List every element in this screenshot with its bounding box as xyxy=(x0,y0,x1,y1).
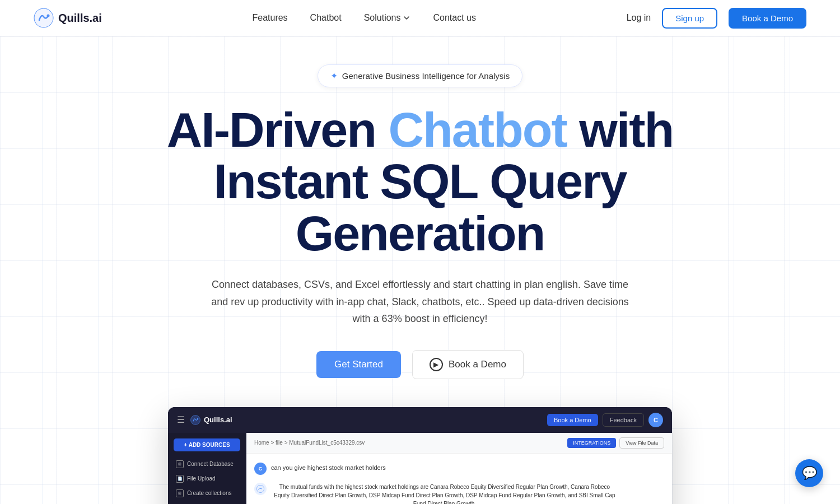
titlebar-left: ☰ Quills.ai xyxy=(177,414,232,425)
ss-book-demo-button[interactable]: Book a Demo xyxy=(547,414,598,426)
ss-integrations-button[interactable]: INTEGRATIONS xyxy=(567,438,616,448)
hero-subtext: Connect databases, CSVs, and Excel effor… xyxy=(207,276,633,328)
chat-widget-icon: 💬 xyxy=(802,466,817,480)
screenshot-logo-icon xyxy=(190,415,200,425)
screenshot-body: + ADD SOURCES ⊞ Connect Database 📄 File … xyxy=(168,433,672,504)
ai-logo-icon xyxy=(256,485,264,493)
sparkle-icon: ✦ xyxy=(330,71,338,81)
badge-text: Generative Business Intelligence for Ana… xyxy=(342,71,510,81)
ss-add-sources-button[interactable]: + ADD SOURCES xyxy=(174,438,240,451)
heading-part2: with xyxy=(567,102,673,157)
ss-main: Home > file > MutualFundList_c5c43329.cs… xyxy=(246,433,672,504)
titlebar-right: Book a Demo Feedback C xyxy=(547,413,663,427)
hero-content: ✦ Generative Business Intelligence for A… xyxy=(0,36,840,504)
screenshot-titlebar: ☰ Quills.ai Book a Demo Feedback C xyxy=(168,407,672,433)
collection-icon: ⊞ xyxy=(176,489,184,497)
svg-point-3 xyxy=(197,418,199,420)
hero-heading: AI-Driven Chatbot with Instant SQL Query… xyxy=(0,104,840,259)
ss-ai-message: The mutual funds with the highest stock … xyxy=(254,483,664,504)
book-demo-hero-button[interactable]: ▶ Book a Demo xyxy=(412,350,524,379)
chevron-down-icon xyxy=(403,14,410,22)
chat-widget[interactable]: 💬 xyxy=(795,459,823,487)
navbar: Quills.ai Features Chatbot Solutions Con… xyxy=(0,0,840,36)
ss-user-msg-text: can you give highest stock market holder… xyxy=(271,463,386,471)
ss-chat-area: C can you give highest stock market hold… xyxy=(246,454,672,504)
ss-user-avatar: C xyxy=(254,463,267,475)
ss-user-message: C can you give highest stock market hold… xyxy=(254,463,664,475)
ss-sidebar-collections: ⊞ Create collections xyxy=(174,486,240,501)
ss-sidebar-connect-db: ⊞ Connect Database xyxy=(174,457,240,472)
ss-sidebar: + ADD SOURCES ⊞ Connect Database 📄 File … xyxy=(168,433,246,504)
nav-chatbot[interactable]: Chatbot xyxy=(310,13,342,22)
ss-main-header: Home > file > MutualFundList_c5c43329.cs… xyxy=(246,433,672,454)
signup-button[interactable]: Sign up xyxy=(662,8,717,29)
logo-link[interactable]: Quills.ai xyxy=(34,8,102,28)
demo-circle-icon: ▶ xyxy=(430,358,443,371)
screenshot-logo: Quills.ai xyxy=(190,415,232,425)
heading-highlight: Chatbot xyxy=(388,102,566,157)
logo-icon xyxy=(34,8,54,28)
nav-links: Features Chatbot Solutions Contact us xyxy=(252,13,476,23)
database-icon: ⊞ xyxy=(176,460,184,468)
heading-line2: Instant SQL Query xyxy=(214,153,627,209)
file-icon: 📄 xyxy=(176,475,184,483)
ss-feedback-button[interactable]: Feedback xyxy=(603,413,644,427)
nav-contact[interactable]: Contact us xyxy=(433,13,475,22)
cta-buttons: Get Started ▶ Book a Demo xyxy=(0,350,840,379)
nav-features[interactable]: Features xyxy=(252,13,287,22)
ss-sidebar-file-upload: 📄 File Upload xyxy=(174,472,240,486)
hero-badge: ✦ Generative Business Intelligence for A… xyxy=(318,64,522,87)
ss-breadcrumb: Home > file > MutualFundList_c5c43329.cs… xyxy=(254,440,365,446)
ss-ai-avatar xyxy=(254,483,267,495)
ss-ai-msg-text: The mutual funds with the highest stock … xyxy=(271,483,618,504)
get-started-button[interactable]: Get Started xyxy=(316,351,401,378)
heading-line3: Generation xyxy=(296,206,545,261)
ss-header-right: INTEGRATIONS View File Data xyxy=(567,437,664,449)
login-button[interactable]: Log in xyxy=(627,13,651,23)
hero-section: ✦ Generative Business Intelligence for A… xyxy=(0,36,840,504)
app-screenshot: ☰ Quills.ai Book a Demo Feedback C xyxy=(168,407,672,504)
logo-text: Quills.ai xyxy=(58,12,102,25)
screenshot-logo-text: Quills.ai xyxy=(204,416,232,424)
hamburger-icon: ☰ xyxy=(177,414,185,425)
svg-point-1 xyxy=(47,15,50,17)
heading-part1: AI-Driven xyxy=(167,102,389,157)
nav-solutions[interactable]: Solutions xyxy=(364,13,411,23)
ss-view-file-button[interactable]: View File Data xyxy=(619,437,664,449)
nav-right: Log in Sign up Book a Demo xyxy=(627,8,806,29)
ss-avatar: C xyxy=(648,413,663,427)
book-demo-nav-button[interactable]: Book a Demo xyxy=(729,8,806,29)
book-demo-hero-label: Book a Demo xyxy=(449,359,506,370)
